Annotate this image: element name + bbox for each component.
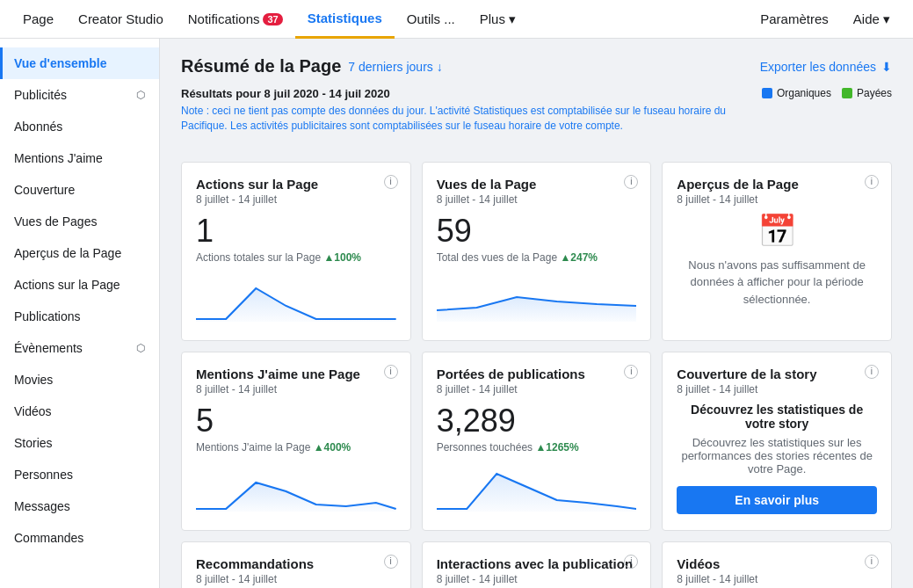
nav-page[interactable]: Page bbox=[11, 0, 66, 39]
external-icon: ⬡ bbox=[136, 89, 145, 101]
card-videos-title: Vidéos bbox=[677, 556, 877, 571]
main-content: Résumé de la Page 7 derniers jours ↓ Exp… bbox=[160, 39, 913, 588]
nav-aide[interactable]: Aide ▾ bbox=[841, 0, 902, 39]
sidebar-item-abonnes[interactable]: Abonnés bbox=[0, 111, 159, 142]
card-mentions-info-icon[interactable]: i bbox=[384, 365, 398, 379]
nav-outils[interactable]: Outils ... bbox=[395, 0, 467, 39]
sidebar-item-vues-pages[interactable]: Vues de Pages bbox=[0, 206, 159, 237]
card-apercus-title: Aperçus de la Page bbox=[677, 177, 877, 192]
card-reco-info-icon[interactable]: i bbox=[384, 555, 398, 569]
card-videos-date: 8 juillet - 14 juillet bbox=[677, 573, 877, 585]
card-mentions-sub: Mentions J'aime la Page ▲400% bbox=[196, 441, 396, 454]
card-apercus-date: 8 juillet - 14 juillet bbox=[677, 193, 877, 206]
card-portees-info-icon[interactable]: i bbox=[624, 365, 638, 379]
card-inter-info-icon[interactable]: i bbox=[624, 555, 638, 569]
card-story-title: Couverture de la story bbox=[677, 367, 877, 381]
card-apercus-info-icon[interactable]: i bbox=[865, 175, 879, 189]
sidebar-item-messages[interactable]: Messages bbox=[0, 490, 159, 522]
sidebar-item-publications[interactable]: Publications bbox=[0, 301, 159, 332]
card-portees: i Portées de publications 8 juillet - 14… bbox=[422, 352, 652, 531]
sidebar-item-personnes[interactable]: Personnes bbox=[0, 459, 159, 490]
card-interactions: i Interactions avec la publication 8 jui… bbox=[422, 541, 652, 588]
card-story: i Couverture de la story 8 juillet - 14 … bbox=[662, 352, 892, 531]
download-icon: ⬇ bbox=[881, 60, 892, 74]
card-vues: i Vues de la Page 8 juillet - 14 juillet… bbox=[422, 162, 652, 341]
legend-organiques: Organiques bbox=[762, 87, 831, 99]
card-reco-date: 8 juillet - 14 juillet bbox=[196, 573, 396, 585]
card-inter-title: Interactions avec la publication bbox=[437, 556, 637, 571]
card-vues-date: 8 juillet - 14 juillet bbox=[437, 193, 637, 206]
nav-parametres[interactable]: Paramètres bbox=[748, 0, 841, 39]
info-row: Résultats pour 8 juil 2020 - 14 juil 202… bbox=[181, 87, 892, 148]
title-row: Résumé de la Page 7 derniers jours ↓ bbox=[181, 56, 443, 76]
sidebar: Vue d'ensemble Publicités ⬡ Abonnés Ment… bbox=[0, 39, 160, 588]
sidebar-item-mentions[interactable]: Mentions J'aime bbox=[0, 142, 159, 174]
sidebar-item-couverture[interactable]: Couverture bbox=[0, 174, 159, 206]
card-actions-sub: Actions totales sur la Page ▲100% bbox=[196, 251, 396, 264]
legend: Organiques Payées bbox=[762, 87, 892, 99]
card-actions-title: Actions sur la Page bbox=[196, 177, 396, 192]
card-vues-sub: Total des vues de la Page ▲247% bbox=[437, 251, 637, 264]
nav-creator-studio[interactable]: Creator Studio bbox=[66, 0, 176, 39]
sidebar-item-apercus[interactable]: Aperçus de la Page bbox=[0, 237, 159, 269]
card-actions-value: 1 bbox=[196, 213, 396, 250]
export-button[interactable]: Exporter les données ⬇ bbox=[760, 60, 892, 74]
sidebar-item-commandes[interactable]: Commandes bbox=[0, 522, 159, 554]
card-story-date: 8 juillet - 14 juillet bbox=[677, 383, 877, 396]
cards-row-1: i Actions sur la Page 8 juillet - 14 jui… bbox=[181, 162, 892, 341]
info-date: Résultats pour 8 juil 2020 - 14 juil 202… bbox=[181, 87, 762, 100]
card-videos: i Vidéos 8 juillet - 14 juillet bbox=[662, 541, 892, 588]
cards-row-2: i Mentions J'aime une Page 8 juillet - 1… bbox=[181, 352, 892, 531]
date-range-button[interactable]: 7 derniers jours ↓ bbox=[348, 60, 442, 74]
card-apercus-nodata: Nous n'avons pas suffisamment de données… bbox=[677, 257, 877, 309]
sidebar-item-stories[interactable]: Stories bbox=[0, 427, 159, 459]
chart-mentions bbox=[196, 461, 396, 513]
card-videos-info-icon[interactable]: i bbox=[865, 555, 879, 569]
card-mentions-date: 8 juillet - 14 juillet bbox=[196, 383, 396, 396]
card-inter-date: 8 juillet - 14 juillet bbox=[437, 573, 637, 585]
page-title: Résumé de la Page bbox=[181, 56, 341, 76]
card-actions-date: 8 juillet - 14 juillet bbox=[196, 193, 396, 206]
story-promo-title: Découvrez les statistiques de votre stor… bbox=[677, 403, 877, 431]
legend-dot-organiques bbox=[762, 88, 772, 98]
nav-notifications[interactable]: Notifications 37 bbox=[176, 0, 295, 39]
sidebar-item-publicites[interactable]: Publicités ⬡ bbox=[0, 79, 159, 111]
cards-row-3: i Recommandations 8 juillet - 14 juillet… bbox=[181, 541, 892, 588]
story-promo-desc: Découvrez les statistiques sur les perfo… bbox=[677, 436, 877, 475]
sidebar-item-actions[interactable]: Actions sur la Page bbox=[0, 269, 159, 301]
card-portees-title: Portées de publications bbox=[437, 367, 637, 381]
svg-marker-1 bbox=[437, 297, 637, 322]
legend-payees: Payées bbox=[842, 87, 892, 99]
layout: Vue d'ensemble Publicités ⬡ Abonnés Ment… bbox=[0, 39, 913, 588]
sidebar-item-vue-ensemble[interactable]: Vue d'ensemble bbox=[0, 47, 159, 79]
card-recommandations: i Recommandations 8 juillet - 14 juillet bbox=[181, 541, 411, 588]
sidebar-item-movies[interactable]: Movies bbox=[0, 364, 159, 396]
chart-actions bbox=[196, 271, 396, 323]
card-actions: i Actions sur la Page 8 juillet - 14 jui… bbox=[181, 162, 411, 341]
card-portees-date: 8 juillet - 14 juillet bbox=[437, 383, 637, 396]
top-nav: Page Creator Studio Notifications 37 Sta… bbox=[0, 0, 913, 39]
card-portees-value: 3,289 bbox=[437, 403, 637, 439]
nav-right: Paramètres Aide ▾ bbox=[748, 0, 902, 39]
story-learn-more-button[interactable]: En savoir plus bbox=[677, 486, 877, 514]
calendar-icon: 📅 bbox=[677, 213, 877, 250]
card-portees-sub: Personnes touchées ▲1265% bbox=[437, 441, 637, 454]
external-icon-events: ⬡ bbox=[136, 342, 145, 354]
sidebar-item-videos[interactable]: Vidéos bbox=[0, 396, 159, 427]
info-box: Résultats pour 8 juil 2020 - 14 juil 202… bbox=[181, 87, 762, 134]
card-vues-value: 59 bbox=[437, 213, 637, 250]
sidebar-item-evenements[interactable]: Évènements ⬡ bbox=[0, 332, 159, 364]
card-apercus: i Aperçus de la Page 8 juillet - 14 juil… bbox=[662, 162, 892, 341]
card-mentions: i Mentions J'aime une Page 8 juillet - 1… bbox=[181, 352, 411, 531]
nav-plus[interactable]: Plus ▾ bbox=[467, 0, 528, 39]
nav-statistiques[interactable]: Statistiques bbox=[295, 0, 395, 39]
card-info-icon[interactable]: i bbox=[384, 175, 398, 189]
card-vues-info-icon[interactable]: i bbox=[624, 175, 638, 189]
card-story-info-icon[interactable]: i bbox=[865, 365, 879, 379]
svg-marker-0 bbox=[196, 288, 396, 322]
card-mentions-title: Mentions J'aime une Page bbox=[196, 367, 396, 381]
notifications-badge: 37 bbox=[263, 13, 282, 25]
card-reco-title: Recommandations bbox=[196, 556, 396, 571]
svg-marker-2 bbox=[196, 483, 396, 512]
card-mentions-value: 5 bbox=[196, 403, 396, 439]
